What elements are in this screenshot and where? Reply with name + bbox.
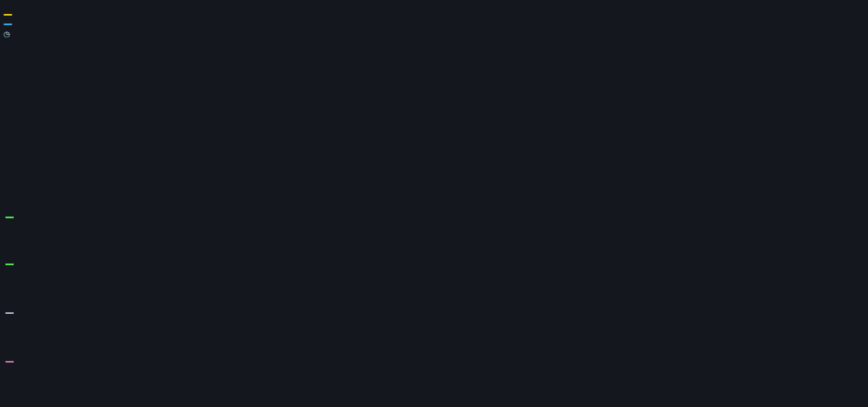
- sstoc-legend[interactable]: [5, 213, 28, 222]
- trading-chart-app: ◷: [0, 0, 868, 407]
- sma200-legend[interactable]: [3, 20, 21, 29]
- macd-line-icon: [5, 264, 14, 265]
- sma50-line-icon: [3, 14, 12, 16]
- sma200-line-icon: [3, 23, 12, 25]
- macd-legend[interactable]: [5, 260, 33, 269]
- clock-icon: ◷: [3, 30, 10, 38]
- cci-legend[interactable]: [5, 309, 23, 317]
- instrument-legend[interactable]: [3, 1, 27, 10]
- chart-canvas[interactable]: [0, 0, 868, 407]
- date-range-legend[interactable]: ◷: [3, 30, 17, 38]
- rsi-legend[interactable]: [5, 357, 23, 366]
- sstoc-line-icon: [5, 217, 14, 218]
- rsi-line-icon: [5, 361, 14, 363]
- cci-line-icon: [5, 312, 14, 314]
- sma50-legend[interactable]: [3, 10, 21, 19]
